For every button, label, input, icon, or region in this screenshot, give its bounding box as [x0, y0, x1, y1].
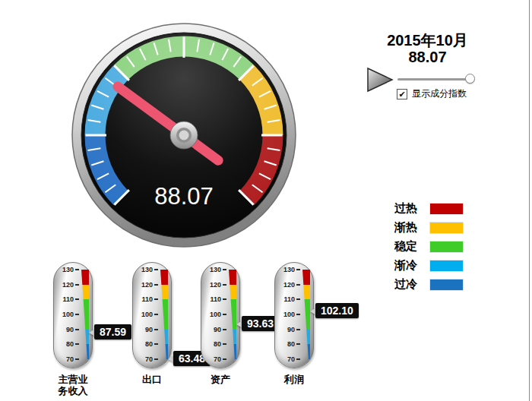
scale-tick — [154, 343, 158, 345]
scale-tick — [296, 298, 300, 300]
scale-tick — [75, 284, 79, 286]
thermometer-title: 利润 — [270, 374, 318, 385]
scale-label: 120 — [204, 281, 221, 289]
checkbox-label: 显示成分指数 — [412, 88, 467, 99]
scale-label: 80 — [204, 340, 221, 348]
value-label: 102.10 — [315, 303, 359, 318]
value-label: 87.59 — [94, 324, 131, 339]
scale-label: 70 — [136, 355, 153, 363]
slider-handle[interactable] — [465, 74, 475, 84]
scale-label: 90 — [57, 326, 74, 333]
scale-label: 110 — [136, 295, 153, 303]
scale-tick — [154, 329, 158, 330]
scale-label: 100 — [278, 311, 295, 318]
legend-swatch — [429, 203, 464, 215]
thermometer-title: 主营业 务收入 — [49, 374, 97, 396]
scale-tick — [296, 343, 300, 345]
time-slider[interactable] — [397, 73, 475, 85]
main-index-gauge: 88.07 — [70, 21, 298, 249]
scale-label: 130 — [136, 266, 153, 273]
scale-tick — [223, 329, 226, 330]
legend-label: 渐冷 — [394, 258, 426, 273]
scale-label: 130 — [204, 266, 221, 273]
gauge-value: 88.07 — [154, 183, 214, 210]
scale-tick — [154, 314, 158, 315]
legend-swatch — [429, 241, 464, 253]
thermometer-4: 130120110100908070102.10利润 — [274, 262, 366, 399]
legend-row: 过热 — [394, 199, 464, 218]
play-icon — [368, 68, 392, 91]
period-value: 88.07 — [357, 49, 498, 66]
gauge-hub-center — [179, 131, 189, 141]
scale-label: 70 — [204, 355, 221, 363]
scale-tick — [296, 358, 300, 360]
scale-tick — [75, 298, 79, 300]
scale-label: 110 — [204, 295, 221, 303]
economic-index-dashboard: 88.07 2015年10月 88.07 ✔显示成分指数 过热渐热稳定渐冷过冷 … — [0, 0, 532, 401]
scale-label: 80 — [136, 340, 153, 348]
scale-tick — [75, 329, 79, 330]
zone-legend: 过热渐热稳定渐冷过冷 — [394, 199, 464, 294]
play-button[interactable] — [366, 67, 394, 93]
scale-tick — [154, 269, 158, 270]
scale-label: 130 — [57, 266, 74, 273]
scale-tick — [223, 314, 226, 315]
scale-label: 100 — [136, 311, 153, 318]
scale-tick — [223, 284, 226, 286]
controls-panel: 2015年10月 88.07 ✔显示成分指数 — [357, 30, 498, 106]
period-title: 2015年10月 — [357, 30, 498, 51]
show-components-checkbox[interactable]: ✔显示成分指数 — [397, 87, 467, 99]
legend-label: 稳定 — [394, 239, 426, 254]
scale-tick — [223, 269, 226, 270]
checkbox-icon[interactable]: ✔ — [397, 89, 407, 99]
legend-row: 过冷 — [394, 275, 464, 294]
window-border — [529, 0, 530, 401]
scale-label: 110 — [57, 295, 74, 303]
scale-label: 100 — [57, 311, 74, 318]
scale-label: 90 — [204, 326, 221, 333]
legend-label: 过冷 — [394, 277, 426, 292]
scale-tick — [75, 269, 79, 270]
scale-label: 70 — [57, 355, 74, 363]
scale-tick — [75, 314, 79, 315]
legend-row: 渐热 — [394, 218, 464, 237]
scale-label: 100 — [204, 311, 221, 318]
legend-swatch — [429, 260, 464, 272]
scale-tick — [154, 284, 158, 286]
scale-label: 120 — [136, 281, 153, 289]
scale-label: 110 — [278, 295, 295, 303]
scale-label: 90 — [278, 326, 295, 333]
scale-tick — [296, 329, 300, 330]
scale-label: 120 — [57, 281, 74, 289]
legend-row: 渐冷 — [394, 256, 464, 275]
slider-track[interactable] — [397, 78, 473, 81]
scale-tick — [223, 343, 226, 345]
scale-tick — [75, 343, 79, 345]
legend-swatch — [429, 279, 464, 291]
scale-tick — [154, 358, 158, 360]
legend-row: 稳定 — [394, 237, 464, 256]
scale-label: 90 — [136, 326, 153, 333]
scale-tick — [75, 358, 79, 360]
scale-label: 130 — [278, 266, 295, 273]
thermometer-title: 出口 — [128, 374, 176, 385]
scale-label: 80 — [278, 340, 295, 348]
legend-label: 渐热 — [394, 220, 426, 235]
thermometer-title: 资产 — [196, 374, 245, 385]
scale-tick — [223, 358, 226, 360]
legend-label: 过热 — [394, 201, 426, 216]
scale-tick — [154, 298, 158, 300]
value-label: 93.63 — [242, 316, 279, 331]
legend-swatch — [429, 222, 464, 234]
scale-label: 120 — [278, 281, 295, 289]
scale-tick — [296, 284, 300, 286]
scale-tick — [223, 298, 226, 300]
scale-label: 80 — [57, 340, 74, 348]
scale-tick — [296, 269, 300, 270]
scale-label: 70 — [278, 355, 295, 363]
scale-tick — [296, 314, 300, 315]
